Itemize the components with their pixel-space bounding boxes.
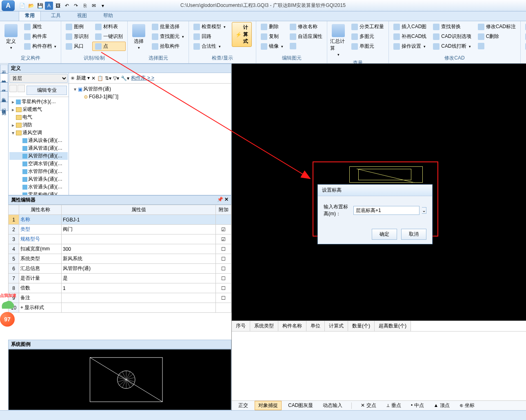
snap-toggle[interactable]: ⊕ 坐标 [456, 401, 478, 410]
ribbon-btn[interactable]: 删除 [258, 22, 286, 31]
vtab-project-settings[interactable]: 工程设置 [0, 64, 8, 73]
footer-tab[interactable]: 动态输入 [320, 401, 346, 410]
snap-toggle[interactable]: • 中点 [408, 401, 427, 410]
qat-open-icon[interactable]: 📂 [27, 2, 35, 10]
navigation-tree[interactable]: ▸零星构件(水)(…▸采暖燃气电气▸消防▾通风空调通风设备(通)(…通风管道(通… [9, 97, 69, 195]
ribbon-btn[interactable]: 形识别 [63, 32, 91, 41]
tool-icon[interactable]: 🔧▾ [121, 75, 129, 81]
ribbon-btn[interactable]: 查找替换 [430, 22, 474, 31]
ribbon-btn[interactable]: 区域 [522, 42, 526, 51]
tree-item[interactable]: 水管部件(通)(… [9, 168, 68, 175]
qat-new-icon[interactable]: 📄 [18, 2, 26, 10]
qat-redo-icon[interactable]: ↷ [72, 2, 80, 10]
qat-btn[interactable]: 🖼 [54, 2, 62, 10]
tree-item[interactable]: 通风设备(通)(… [9, 137, 68, 144]
copy-icon[interactable]: 📋 [97, 75, 103, 81]
ribbon-btn[interactable]: 插入CAD图 [391, 22, 429, 31]
ribbon-big-btn[interactable]: 汇总计算▾ [329, 22, 348, 59]
property-row[interactable]: 10+ 显示样式 [9, 303, 231, 313]
ribbon-btn[interactable]: 镜像▾ [258, 42, 286, 51]
snap-toggle[interactable]: ⊥ 垂点 [383, 401, 404, 410]
ribbon-big-btn[interactable]: 选择▾ [129, 22, 148, 52]
vtab-table-input[interactable]: 表格输入 [0, 82, 8, 91]
ribbon-btn[interactable]: 记录 [522, 32, 526, 41]
new-button[interactable]: 新建 ▾ [76, 75, 90, 82]
ribbon-btn[interactable]: 材料表 [92, 22, 126, 31]
delete-icon[interactable]: ✕ [91, 75, 95, 81]
qat-btn[interactable]: ✉ [90, 2, 98, 10]
speedup-widget[interactable]: 点我加速 97 [0, 293, 16, 327]
ribbon-btn[interactable]: 点 [92, 42, 126, 51]
ribbon-btn[interactable]: 一键识别 [92, 32, 126, 41]
vtab-batch-apply[interactable]: 集中套用做法 [0, 91, 8, 102]
tree-item[interactable]: ▸采暖燃气 [9, 106, 68, 113]
close-icon[interactable]: ✕ [224, 197, 229, 202]
property-row[interactable]: 6汇总信息风管部件(通)☐ [9, 264, 231, 274]
tree-tb-btn[interactable] [9, 85, 17, 92]
viewport[interactable]: 设置标高 输入布置标高(m)： ⌄ 确定 取消 [232, 64, 526, 321]
ribbon-btn[interactable]: 多图元 [348, 32, 387, 41]
footer-tab[interactable]: 正交 [235, 401, 251, 410]
vtab-draw-input[interactable]: 绘图输入 [0, 73, 8, 82]
ribbon-btn[interactable]: 合法性▾ [191, 42, 229, 51]
ribbon-btn[interactable]: 修改名称 [287, 22, 325, 31]
ribbon-btn[interactable]: 单图元 [348, 42, 387, 51]
property-row[interactable]: 2类型阀门☑ [9, 225, 231, 234]
property-table[interactable]: 属性名称属性值附加1名称FGBJ-12类型阀门☑3规格型号☑4扣减宽度(mm30… [8, 205, 231, 313]
snap-toggle[interactable]: ✕ 交点 [357, 401, 379, 410]
tab-tools[interactable]: 工具 [45, 10, 67, 21]
component-lib-link[interactable]: 构件库 > > [131, 75, 154, 82]
ribbon-btn[interactable]: 复制 [258, 32, 286, 41]
property-row[interactable]: 1名称FGBJ-1 [9, 215, 231, 225]
ribbon-btn[interactable]: 构件存档▾ [21, 42, 59, 51]
ribbon-btn[interactable]: 自适应属性 [287, 32, 325, 41]
tree-item[interactable]: 零星构件(通)(… [9, 191, 68, 195]
ribbon-btn[interactable]: CAD识别选项 [430, 32, 474, 41]
qat-btn[interactable]: A [45, 2, 53, 10]
ribbon-btn[interactable]: 修改CAD标注 [475, 22, 519, 31]
snap-toggle[interactable]: ▲ 顶点 [431, 401, 453, 410]
footer-tab[interactable]: 对象捕捉 [255, 401, 282, 410]
vtab-report-preview[interactable]: 报表预览 [0, 102, 8, 111]
tree-item[interactable]: 通风管道(通)(… [9, 144, 68, 152]
filter-icon[interactable]: ▽▾ [113, 75, 119, 81]
ribbon-btn[interactable]: 属性 [21, 22, 59, 31]
qat-undo-icon[interactable]: ↶ [63, 2, 71, 10]
tree-tb-btn[interactable] [18, 85, 25, 92]
qat-more-icon[interactable]: ▾ [99, 2, 107, 10]
property-row[interactable]: 8倍数1☐ [9, 283, 231, 293]
cancel-button[interactable]: 取消 [401, 229, 426, 240]
ribbon-btn[interactable]: 查找图元▾ [149, 32, 187, 41]
pin-icon[interactable]: 📌 [217, 197, 223, 202]
property-row[interactable]: 4扣减宽度(mm300☐ [9, 244, 231, 254]
ribbon-btn[interactable]: 回路 [191, 32, 229, 41]
tree-item[interactable]: ▾通风空调 [9, 129, 68, 137]
ribbon-btn[interactable]: CAD线打断▾ [430, 42, 474, 51]
qat-btn[interactable]: ⎘ [81, 2, 89, 10]
tree-item[interactable]: 水管通头(通)(… [9, 183, 68, 191]
property-row[interactable]: 9备注☐ [9, 293, 231, 303]
component-tree[interactable]: ▾▣ 风管部件(通) ⚙ FGBJ-1[阀门] [69, 84, 231, 102]
ribbon-btn[interactable]: 操作设置▾ [391, 42, 429, 51]
ribbon-btn[interactable] [287, 42, 325, 51]
ribbon-btn[interactable] [475, 42, 519, 51]
chevron-down-icon[interactable]: ⌄ [422, 207, 426, 214]
property-row[interactable]: 7是否计量是☐ [9, 274, 231, 283]
ribbon-btn[interactable]: 补画CAD线 [391, 32, 429, 41]
ok-button[interactable]: 确定 [372, 229, 397, 240]
ribbon-btn[interactable]: 表格 [522, 22, 526, 31]
tab-view[interactable]: 视图 [71, 10, 93, 21]
ribbon-btn[interactable]: 检查模型▾ [191, 22, 229, 31]
floor-select[interactable]: 首层 [9, 74, 68, 83]
tree-item[interactable]: ▸零星构件(水)(… [9, 98, 68, 106]
ribbon-big-btn[interactable]: 定义▾ [2, 22, 20, 52]
property-row[interactable]: 5系统类型新风系统☐ [9, 254, 231, 264]
edit-profession-btn[interactable]: 编辑专业 [27, 86, 67, 95]
tree-item[interactable]: 风管部件(通)(… [9, 152, 68, 160]
property-row[interactable]: 3规格型号☑ [9, 234, 231, 244]
ribbon-btn[interactable]: 拾取构件 [149, 42, 187, 51]
tree-item[interactable]: 风管通头(通)(… [9, 175, 68, 183]
qat-save-icon[interactable]: 💾 [36, 2, 44, 10]
formula-button[interactable]: ⚡计算式 [232, 22, 252, 47]
ribbon-btn[interactable]: C删除 [475, 32, 519, 41]
